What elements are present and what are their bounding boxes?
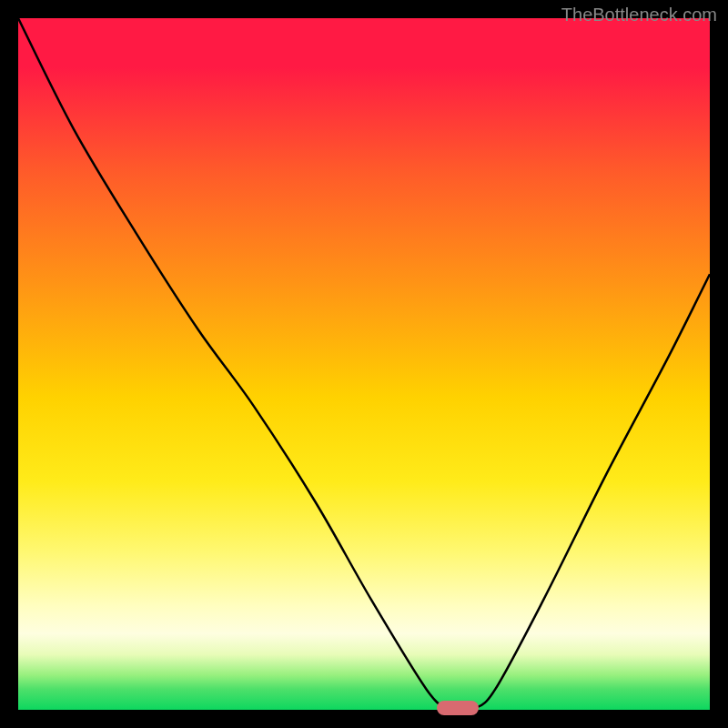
plot-area <box>18 18 710 710</box>
bottleneck-curve <box>18 18 710 710</box>
optimal-marker <box>437 701 479 715</box>
watermark-text: TheBottleneck.com <box>561 5 717 25</box>
